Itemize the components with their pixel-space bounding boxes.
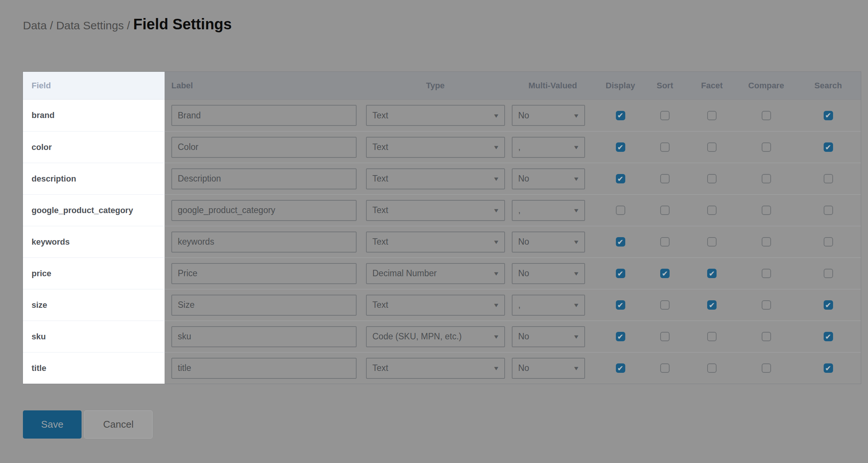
type-select[interactable]: Text ▼ (366, 295, 505, 316)
facet-checkbox[interactable]: ✔ (707, 174, 717, 183)
save-button[interactable]: Save (23, 410, 82, 439)
search-checkbox[interactable]: ✔ (824, 269, 833, 278)
type-select[interactable]: Text ▼ (366, 105, 505, 126)
facet-checkbox[interactable]: ✔ (707, 300, 717, 310)
search-checkbox[interactable]: ✔ (824, 237, 833, 247)
compare-checkbox[interactable]: ✔ (762, 300, 771, 310)
facet-checkbox[interactable]: ✔ (707, 269, 717, 278)
compare-checkbox[interactable]: ✔ (762, 269, 771, 278)
sort-checkbox[interactable]: ✔ (660, 332, 670, 341)
display-checkbox[interactable]: ✔ (616, 206, 625, 215)
form-actions: Save Cancel (23, 410, 153, 439)
type-select[interactable]: Text ▼ (366, 358, 505, 379)
search-checkbox[interactable]: ✔ (824, 206, 833, 215)
multi-valued-select-value: No (518, 363, 529, 373)
label-input[interactable]: Brand (171, 105, 357, 126)
sort-checkbox[interactable]: ✔ (660, 300, 670, 310)
display-checkbox[interactable]: ✔ (616, 363, 625, 373)
facet-checkbox[interactable]: ✔ (707, 142, 717, 152)
compare-checkbox[interactable]: ✔ (762, 111, 771, 120)
facet-checkbox[interactable]: ✔ (707, 237, 717, 247)
search-checkbox[interactable]: ✔ (824, 363, 833, 373)
multi-valued-select-value: , (518, 205, 520, 215)
compare-checkbox[interactable]: ✔ (762, 174, 771, 183)
sort-checkbox[interactable]: ✔ (660, 269, 670, 278)
column-header-type: Type (363, 72, 508, 100)
facet-checkbox[interactable]: ✔ (707, 332, 717, 341)
multi-valued-select[interactable]: No ▼ (512, 326, 585, 347)
checkmark-icon: ✔ (825, 333, 832, 340)
label-input[interactable]: keywords (171, 232, 357, 253)
compare-checkbox[interactable]: ✔ (762, 237, 771, 247)
multi-valued-select-value: , (518, 142, 520, 152)
multi-valued-select[interactable]: No ▼ (512, 105, 585, 126)
multi-valued-select-value: No (518, 268, 529, 278)
checkmark-icon: ✔ (825, 144, 832, 151)
compare-checkbox[interactable]: ✔ (762, 363, 771, 373)
multi-valued-select[interactable]: No ▼ (512, 358, 585, 379)
type-select[interactable]: Code (SKU, MPN, etc.) ▼ (366, 326, 505, 347)
field-name: google_product_category (23, 194, 165, 226)
breadcrumb-link-data-settings[interactable]: Data Settings (56, 19, 124, 32)
display-checkbox[interactable]: ✔ (616, 111, 625, 120)
dropdown-arrow-icon: ▼ (493, 144, 500, 150)
label-input[interactable]: Price (171, 263, 357, 284)
sort-checkbox[interactable]: ✔ (660, 363, 670, 373)
compare-checkbox[interactable]: ✔ (762, 142, 771, 152)
display-checkbox[interactable]: ✔ (616, 269, 625, 278)
label-input[interactable]: Size (171, 295, 357, 316)
display-checkbox[interactable]: ✔ (616, 174, 625, 183)
dropdown-arrow-icon: ▼ (493, 176, 500, 182)
facet-checkbox[interactable]: ✔ (707, 206, 717, 215)
type-select[interactable]: Text ▼ (366, 200, 505, 221)
column-header-multi-valued: Multi-Valued (508, 72, 598, 100)
sort-checkbox[interactable]: ✔ (660, 142, 670, 152)
compare-checkbox[interactable]: ✔ (762, 206, 771, 215)
dropdown-arrow-icon: ▼ (573, 207, 580, 213)
breadcrumb: Data / Data Settings / Field Settings (23, 16, 232, 33)
checkmark-icon: ✔ (617, 238, 624, 246)
type-select[interactable]: Text ▼ (366, 137, 505, 158)
multi-valued-select[interactable]: , ▼ (512, 200, 585, 221)
label-input[interactable]: google_product_category (171, 200, 357, 221)
field-name: price (23, 257, 165, 289)
label-input[interactable]: Description (171, 168, 357, 189)
multi-valued-select[interactable]: No ▼ (512, 168, 585, 189)
multi-valued-select[interactable]: No ▼ (512, 263, 585, 284)
display-checkbox[interactable]: ✔ (616, 332, 625, 341)
search-checkbox[interactable]: ✔ (824, 111, 833, 120)
facet-checkbox[interactable]: ✔ (707, 111, 717, 120)
checkmark-icon: ✔ (617, 301, 624, 309)
display-checkbox[interactable]: ✔ (616, 142, 625, 152)
dropdown-arrow-icon: ▼ (573, 112, 580, 119)
search-checkbox[interactable]: ✔ (824, 300, 833, 310)
sort-checkbox[interactable]: ✔ (660, 206, 670, 215)
label-input[interactable]: Color (171, 137, 357, 158)
checkmark-icon: ✔ (617, 333, 624, 340)
compare-checkbox[interactable]: ✔ (762, 332, 771, 341)
facet-checkbox[interactable]: ✔ (707, 363, 717, 373)
field-name: size (23, 289, 165, 321)
sort-checkbox[interactable]: ✔ (660, 111, 670, 120)
dropdown-arrow-icon: ▼ (573, 333, 580, 340)
label-input[interactable]: sku (171, 326, 357, 347)
table-row: title title Text ▼ No ▼ ✔ ✔ (23, 352, 861, 384)
checkmark-icon: ✔ (617, 175, 624, 183)
label-input[interactable]: title (171, 358, 357, 379)
display-checkbox[interactable]: ✔ (616, 237, 625, 247)
type-select[interactable]: Decimal Number ▼ (366, 263, 505, 284)
multi-valued-select[interactable]: , ▼ (512, 295, 585, 316)
search-checkbox[interactable]: ✔ (824, 142, 833, 152)
cancel-button[interactable]: Cancel (84, 410, 153, 439)
multi-valued-select[interactable]: , ▼ (512, 137, 585, 158)
display-checkbox[interactable]: ✔ (616, 300, 625, 310)
breadcrumb-link-data[interactable]: Data (23, 19, 47, 32)
multi-valued-select[interactable]: No ▼ (512, 232, 585, 253)
type-select[interactable]: Text ▼ (366, 168, 505, 189)
type-select[interactable]: Text ▼ (366, 232, 505, 253)
search-checkbox[interactable]: ✔ (824, 174, 833, 183)
sort-checkbox[interactable]: ✔ (660, 174, 670, 183)
checkmark-icon: ✔ (617, 365, 624, 372)
sort-checkbox[interactable]: ✔ (660, 237, 670, 247)
search-checkbox[interactable]: ✔ (824, 332, 833, 341)
